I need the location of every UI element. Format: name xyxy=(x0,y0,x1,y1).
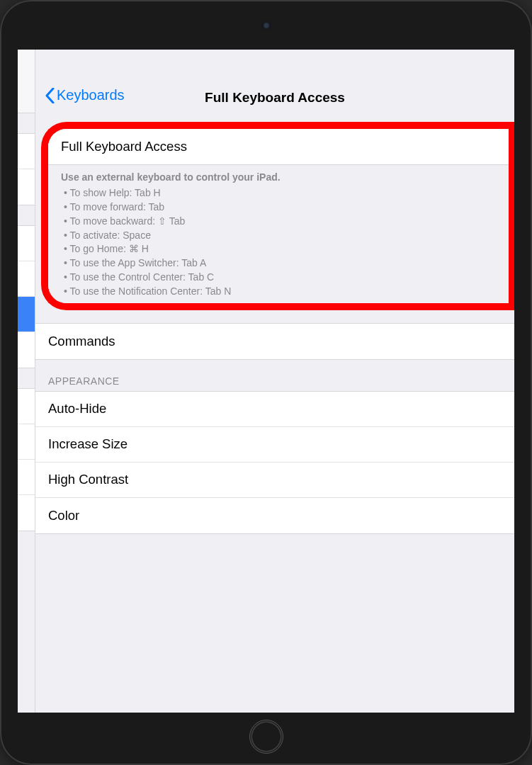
commands-group: Commands xyxy=(35,323,514,360)
home-button[interactable] xyxy=(249,720,283,754)
help-item: To move forward: Tab xyxy=(64,200,496,215)
help-item: To show Help: Tab H xyxy=(64,186,496,200)
row-label: Color xyxy=(48,508,79,523)
sidebar-group-3: de xyxy=(18,388,35,531)
full-keyboard-access-toggle-row[interactable]: Full Keyboard Access xyxy=(48,129,509,164)
content-scroll[interactable]: Full Keyboard Access Use an external key… xyxy=(35,113,514,713)
back-button[interactable]: Keyboards xyxy=(41,84,129,106)
sidebar-item[interactable]: de xyxy=(18,424,35,460)
increase-size-row[interactable]: Increase Size xyxy=(35,427,514,463)
sidebar-header xyxy=(18,50,35,113)
help-text: Use an external keyboard to control your… xyxy=(48,165,509,303)
appearance-header: APPEARANCE xyxy=(35,360,514,391)
sidebar-item[interactable] xyxy=(18,134,35,169)
appearance-group: Auto-Hide Increase Size High Contrast Co… xyxy=(35,391,514,534)
sidebar-item[interactable]: ck xyxy=(18,261,35,297)
high-contrast-row[interactable]: High Contrast xyxy=(35,463,514,498)
auto-hide-row[interactable]: Auto-Hide xyxy=(35,392,514,427)
help-item: To move backward: ⇧ Tab xyxy=(64,215,496,229)
ipad-frame: ss ck de Keyboards xyxy=(0,0,532,765)
commands-row[interactable]: Commands xyxy=(35,324,514,359)
settings-sidebar: ss ck de xyxy=(18,50,35,713)
sidebar-item[interactable]: ss xyxy=(18,226,35,261)
highlight-annotation: Full Keyboard Access Use an external key… xyxy=(41,122,509,310)
sidebar-group-2: ss ck xyxy=(18,225,35,368)
navigation-bar: Keyboards Full Keyboard Access xyxy=(35,50,514,113)
help-item: To use the Control Center: Tab C xyxy=(64,271,496,285)
front-camera xyxy=(262,21,271,30)
toggle-group: Full Keyboard Access xyxy=(48,129,509,165)
help-item: To use the Notification Center: Tab N xyxy=(64,285,496,299)
sidebar-item[interactable] xyxy=(18,169,35,205)
commands-label: Commands xyxy=(48,334,115,349)
row-label: High Contrast xyxy=(48,472,128,487)
color-row[interactable]: Color xyxy=(35,498,514,533)
help-list: To show Help: Tab H To move forward: Tab… xyxy=(61,186,496,299)
row-label: Auto-Hide xyxy=(48,401,106,416)
sidebar-item-selected[interactable] xyxy=(18,297,35,332)
sidebar-group-1 xyxy=(18,133,35,205)
help-intro: Use an external keyboard to control your… xyxy=(61,171,281,183)
sidebar-item[interactable] xyxy=(18,332,35,368)
sidebar-item[interactable] xyxy=(18,389,35,424)
help-item: To go Home: ⌘ H xyxy=(64,242,496,256)
page-title: Full Keyboard Access xyxy=(205,90,345,106)
screen: ss ck de Keyboards xyxy=(18,50,514,713)
toggle-label: Full Keyboard Access xyxy=(61,139,187,154)
sidebar-item[interactable] xyxy=(18,495,35,531)
sidebar-item[interactable] xyxy=(18,460,35,495)
help-item: To use the App Switcher: Tab A xyxy=(64,256,496,271)
help-item: To activate: Space xyxy=(64,229,496,243)
row-label: Increase Size xyxy=(48,436,128,452)
chevron-left-icon xyxy=(45,88,55,103)
back-label: Keyboards xyxy=(57,87,125,103)
detail-pane: Keyboards Full Keyboard Access Full Keyb… xyxy=(35,50,514,713)
